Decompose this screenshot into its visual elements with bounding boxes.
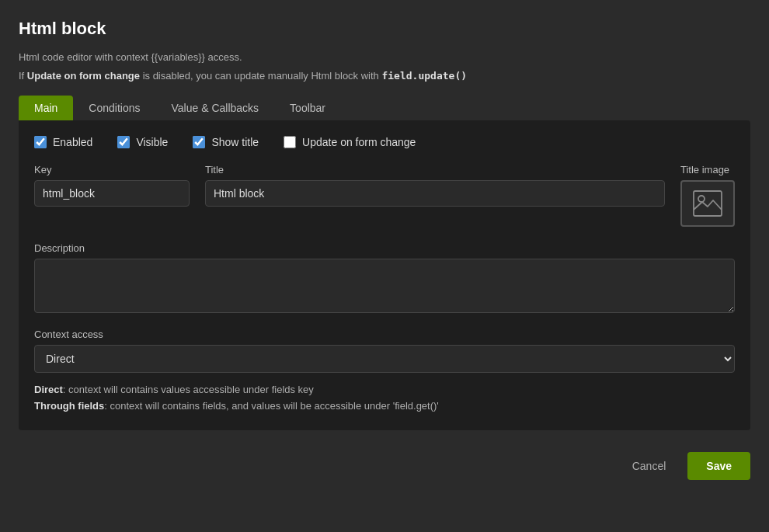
title-field-group: Title (205, 164, 665, 207)
svg-point-1 (698, 196, 705, 202)
description-label: Description (34, 242, 735, 254)
context-info-direct: Direct: context will contains values acc… (34, 382, 735, 398)
context-access-select[interactable]: Direct Through fields (34, 345, 735, 373)
update-on-form-change-checkbox[interactable] (284, 136, 296, 148)
context-info: Direct: context will contains values acc… (34, 382, 735, 415)
title-image-label: Title image (680, 164, 729, 176)
key-input[interactable] (34, 180, 190, 207)
visible-checkbox[interactable] (117, 136, 130, 148)
tab-toolbar[interactable]: Toolbar (274, 96, 341, 120)
tab-value-callbacks[interactable]: Value & Callbacks (156, 96, 275, 120)
checkboxes-row: Enabled Visible Show title Update on for… (34, 136, 735, 148)
page-title: Html block (19, 19, 750, 39)
description-textarea[interactable] (34, 259, 735, 313)
description-field-group: Description (34, 242, 735, 313)
footer-row: Cancel Save (19, 452, 750, 480)
title-input[interactable] (205, 180, 665, 207)
title-image-group: Title image (680, 164, 735, 227)
main-panel: Enabled Visible Show title Update on for… (19, 120, 750, 430)
enabled-checkbox[interactable] (34, 136, 47, 148)
update-on-form-change-label: Update on form change (302, 136, 416, 148)
context-access-group: Context access Direct Through fields (34, 329, 735, 373)
title-label: Title (205, 164, 665, 176)
description-line2: If Update on form change is disabled, yo… (19, 68, 750, 84)
title-image-placeholder[interactable] (680, 180, 735, 227)
update-on-form-change-checkbox-item[interactable]: Update on form change (284, 136, 416, 148)
image-icon (692, 190, 723, 217)
show-title-checkbox[interactable] (193, 136, 205, 148)
show-title-checkbox-item[interactable]: Show title (193, 136, 259, 148)
cancel-button[interactable]: Cancel (620, 452, 679, 480)
tab-main[interactable]: Main (19, 96, 73, 120)
key-field-group: Key (34, 164, 190, 207)
context-access-label: Context access (34, 329, 735, 340)
enabled-label: Enabled (53, 136, 92, 148)
visible-checkbox-item[interactable]: Visible (117, 136, 168, 148)
save-button[interactable]: Save (687, 452, 750, 480)
svg-rect-0 (694, 191, 722, 216)
description-line1: Html code editor with context {{variable… (19, 50, 750, 65)
tab-conditions[interactable]: Conditions (73, 96, 155, 120)
show-title-label: Show title (211, 136, 259, 148)
tabs-bar: Main Conditions Value & Callbacks Toolba… (19, 96, 750, 120)
context-info-through: Through fields: context will contains fi… (34, 398, 735, 415)
key-label: Key (34, 164, 190, 176)
enabled-checkbox-item[interactable]: Enabled (34, 136, 92, 148)
fields-row: Key Title Title image (34, 164, 735, 227)
visible-label: Visible (136, 136, 168, 148)
